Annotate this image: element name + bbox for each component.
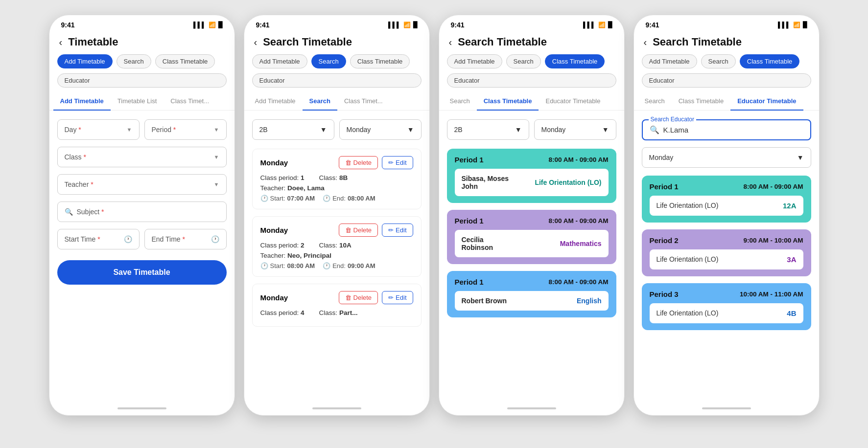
chip-add-timetable-2[interactable]: Add Timetable (252, 54, 307, 68)
period-label-2: Period 1 (455, 217, 484, 225)
end-time-label: End Time * (152, 235, 185, 243)
chip-search-1[interactable]: Search (117, 54, 151, 68)
chip-search-3[interactable]: Search (506, 54, 541, 68)
day-dropdown-4[interactable]: Monday ▼ (642, 147, 811, 168)
period-teacher-3: Robert Brown (462, 297, 507, 305)
subtab-educator-4[interactable]: Educator Timetable (730, 92, 803, 111)
subtab-class-1[interactable]: Class Timet... (164, 92, 216, 111)
educator-chip-1[interactable]: Educator (57, 73, 227, 88)
subtab-class-2[interactable]: Class Timet... (337, 92, 390, 111)
end-time-1: 🕐 End: 08:00 AM (323, 195, 375, 202)
chip-add-timetable-3[interactable]: Add Timetable (447, 54, 502, 68)
class-select[interactable]: Class * ▼ (57, 147, 227, 167)
status-time-3: 9:41 (451, 21, 465, 29)
delete-button-1[interactable]: 🗑 Delete (339, 156, 378, 169)
educator-chip-3[interactable]: Educator (447, 73, 616, 88)
status-icons-4: ▌▌▌ 📶 ▉ (778, 22, 807, 28)
tab-chips-1: Add Timetable Search Class Timetable (49, 54, 235, 73)
signal-icon-3: ▌▌▌ (583, 22, 596, 28)
edit-button-3[interactable]: ✏ Edit (382, 291, 413, 304)
back-button-3[interactable]: ‹ (449, 37, 452, 48)
timetable-card-2: Monday 🗑 Delete ✏ Edit Class period: 2 C… (252, 216, 422, 277)
end-time-select[interactable]: End Time * 🕐 (144, 229, 227, 249)
edu-period-body-2: Life Orientation (LO) 3A (650, 249, 803, 269)
search-educator-box[interactable]: Search Educator 🔍 (642, 119, 811, 140)
subtab-add-2[interactable]: Add Timetable (248, 92, 303, 111)
subtab-search-4[interactable]: Search (638, 92, 672, 111)
delete-button-2[interactable]: 🗑 Delete (339, 224, 378, 237)
chip-add-timetable-4[interactable]: Add Timetable (642, 54, 697, 68)
chip-class-timetable-4[interactable]: Class Timetable (740, 54, 799, 68)
subtab-class-4[interactable]: Class Timetable (672, 92, 730, 111)
chip-class-timetable-3[interactable]: Class Timetable (545, 54, 605, 68)
educator-chip-4[interactable]: Educator (642, 73, 811, 88)
class-arrow-3: ▼ (515, 126, 522, 134)
edu-period-label-3: Period 3 (650, 290, 679, 298)
subtab-educator-3[interactable]: Educator Timetable (539, 92, 607, 111)
day-arrow-2: ▼ (407, 126, 414, 134)
edu-period-body-3: Life Orientation (LO) 4B (650, 303, 803, 323)
card-actions-3: 🗑 Delete ✏ Edit (339, 291, 413, 304)
card-actions-2: 🗑 Delete ✏ Edit (339, 224, 413, 237)
chip-search-4[interactable]: Search (701, 54, 736, 68)
class-dropdown-2[interactable]: 2B ▼ (252, 119, 334, 140)
period-body-2: CeciliaRobinson Mathematics (455, 230, 609, 257)
subject-label: Subject * (77, 208, 104, 216)
header-1: ‹ Timetable (49, 32, 235, 54)
card-header-2: Monday 🗑 Delete ✏ Edit (260, 224, 413, 237)
day-value-3: Monday (541, 126, 566, 134)
status-icons-3: ▌▌▌ 📶 ▉ (583, 22, 612, 28)
educator-chip-2[interactable]: Educator (252, 73, 422, 88)
period-body-1: Sibasa, MosesJohn Life Orientation (LO) (455, 169, 609, 196)
card-day-1: Monday (260, 158, 288, 167)
card-info-teacher-1: Teacher: Doee, Lama (260, 184, 413, 192)
class-arrow-2: ▼ (320, 126, 327, 134)
class-arrow-icon: ▼ (214, 154, 219, 160)
day-value-4: Monday (649, 154, 674, 161)
edit-icon-1: ✏ (388, 159, 394, 166)
subtab-search-3[interactable]: Search (443, 92, 477, 111)
battery-icon-3: ▉ (608, 22, 612, 28)
status-icons-1: ▌▌▌ 📶 ▉ (193, 22, 223, 28)
subtab-search-2[interactable]: Search (303, 92, 337, 111)
clock-icon-end: 🕐 (211, 235, 219, 243)
chip-class-timetable-2[interactable]: Class Timetable (350, 54, 410, 68)
edit-button-2[interactable]: ✏ Edit (382, 224, 413, 237)
signal-icon: ▌▌▌ (193, 22, 206, 28)
edu-period-header-3: Period 3 10:00 AM - 11:00 AM (650, 290, 803, 298)
edu-period-header-2: Period 2 9:00 AM - 10:00 AM (650, 236, 803, 245)
signal-icon-4: ▌▌▌ (778, 22, 791, 28)
phone-4: 9:41 ▌▌▌ 📶 ▉ ‹ Search Timetable Add Time… (633, 15, 820, 416)
day-dropdown-2[interactable]: Monday ▼ (339, 119, 422, 140)
back-button-2[interactable]: ‹ (254, 37, 258, 48)
home-indicator-3 (439, 405, 624, 415)
card-times-1: 🕐 Start: 07:00 AM 🕐 End: 08:00 AM (260, 195, 413, 202)
period-select[interactable]: Period * ▼ (144, 119, 227, 140)
subject-field[interactable]: 🔍 Subject * (57, 202, 227, 222)
search-educator-input[interactable] (663, 126, 803, 134)
period-label: Period * (152, 126, 176, 134)
delete-button-3[interactable]: 🗑 Delete (339, 291, 378, 304)
day-dropdown-3[interactable]: Monday ▼ (534, 119, 616, 140)
search-educator-icon: 🔍 (650, 125, 659, 134)
header-2: ‹ Search Timetable (244, 32, 429, 54)
save-timetable-button[interactable]: Save Timetable (57, 260, 227, 285)
subtab-add-1[interactable]: Add Timetable (53, 92, 111, 111)
edu-period-card-2: Period 2 9:00 AM - 10:00 AM Life Orienta… (642, 229, 811, 276)
day-select[interactable]: Day * ▼ (57, 119, 140, 140)
chip-class-timetable-1[interactable]: Class Timetable (155, 54, 215, 68)
back-button-1[interactable]: ‹ (59, 37, 63, 48)
day-arrow-icon: ▼ (127, 127, 132, 133)
back-button-4[interactable]: ‹ (644, 37, 647, 48)
edit-button-1[interactable]: ✏ Edit (382, 156, 413, 169)
start-time-select[interactable]: Start Time * 🕐 (57, 229, 140, 249)
class-dropdown-3[interactable]: 2B ▼ (447, 119, 529, 140)
edit-icon-3: ✏ (388, 294, 394, 301)
chip-search-2[interactable]: Search (311, 54, 346, 68)
subtab-class-3[interactable]: Class Timetable (477, 92, 539, 111)
teacher-select[interactable]: Teacher * ▼ (57, 174, 227, 195)
subtab-list-1[interactable]: Timetable List (111, 92, 164, 111)
edu-class-3: 4B (787, 309, 796, 317)
status-bar-3: 9:41 ▌▌▌ 📶 ▉ (439, 15, 624, 32)
chip-add-timetable-1[interactable]: Add Timetable (57, 54, 113, 68)
